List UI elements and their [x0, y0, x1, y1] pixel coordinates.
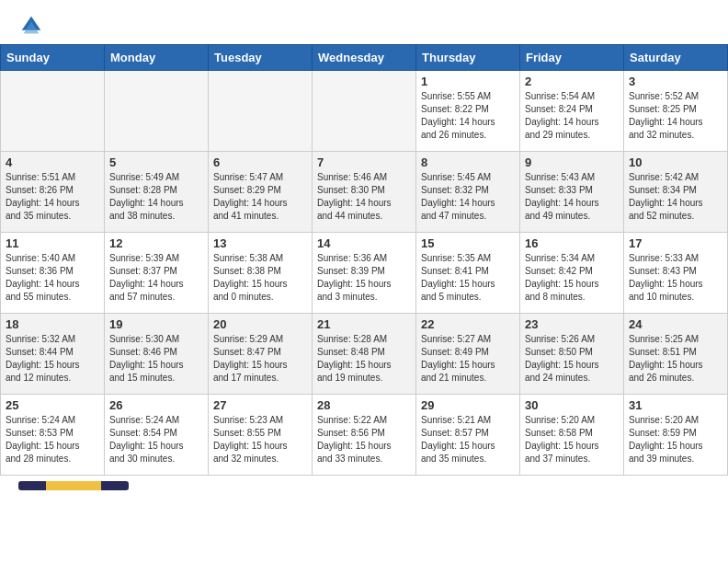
day-info: Sunrise: 5:54 AM Sunset: 8:24 PM Dayligh… [525, 90, 619, 142]
calendar-day-cell: 10Sunrise: 5:42 AM Sunset: 8:34 PM Dayli… [624, 152, 728, 233]
calendar-day-cell: 26Sunrise: 5:24 AM Sunset: 8:54 PM Dayli… [105, 395, 209, 476]
calendar-day-header: Friday [520, 45, 624, 71]
calendar-week-row: 18Sunrise: 5:32 AM Sunset: 8:44 PM Dayli… [1, 314, 728, 395]
calendar-day-cell: 22Sunrise: 5:27 AM Sunset: 8:49 PM Dayli… [416, 314, 520, 395]
calendar-day-header: Monday [105, 45, 209, 71]
day-number: 26 [109, 398, 203, 412]
calendar-day-cell [313, 71, 416, 152]
day-number: 4 [6, 155, 99, 169]
calendar-day-cell: 28Sunrise: 5:22 AM Sunset: 8:56 PM Dayli… [313, 395, 416, 476]
day-number: 10 [629, 155, 722, 169]
day-info: Sunrise: 5:52 AM Sunset: 8:25 PM Dayligh… [629, 90, 722, 142]
day-info: Sunrise: 5:21 AM Sunset: 8:57 PM Dayligh… [421, 414, 515, 465]
day-info: Sunrise: 5:20 AM Sunset: 8:58 PM Dayligh… [525, 414, 619, 465]
day-info: Sunrise: 5:28 AM Sunset: 8:48 PM Dayligh… [317, 333, 411, 385]
day-number: 15 [421, 236, 515, 250]
day-number: 31 [629, 398, 722, 412]
calendar-day-cell: 2Sunrise: 5:54 AM Sunset: 8:24 PM Daylig… [520, 71, 624, 152]
day-number: 13 [213, 236, 307, 250]
calendar-day-cell: 21Sunrise: 5:28 AM Sunset: 8:48 PM Dayli… [313, 314, 416, 395]
logo [18, 13, 48, 39]
day-info: Sunrise: 5:27 AM Sunset: 8:49 PM Dayligh… [421, 333, 515, 385]
day-number: 30 [525, 398, 619, 412]
calendar-day-cell: 16Sunrise: 5:34 AM Sunset: 8:42 PM Dayli… [520, 233, 624, 314]
calendar-day-cell: 25Sunrise: 5:24 AM Sunset: 8:53 PM Dayli… [1, 395, 105, 476]
day-info: Sunrise: 5:34 AM Sunset: 8:42 PM Dayligh… [525, 252, 619, 304]
calendar-day-cell: 8Sunrise: 5:45 AM Sunset: 8:32 PM Daylig… [416, 152, 520, 233]
day-info: Sunrise: 5:25 AM Sunset: 8:51 PM Dayligh… [629, 333, 722, 385]
day-info: Sunrise: 5:38 AM Sunset: 8:38 PM Dayligh… [213, 252, 307, 304]
calendar-day-cell: 18Sunrise: 5:32 AM Sunset: 8:44 PM Dayli… [1, 314, 105, 395]
calendar-day-cell: 20Sunrise: 5:29 AM Sunset: 8:47 PM Dayli… [209, 314, 313, 395]
day-number: 16 [525, 236, 619, 250]
calendar-day-cell: 7Sunrise: 5:46 AM Sunset: 8:30 PM Daylig… [313, 152, 416, 233]
calendar-day-cell: 6Sunrise: 5:47 AM Sunset: 8:29 PM Daylig… [209, 152, 313, 233]
day-info: Sunrise: 5:33 AM Sunset: 8:43 PM Dayligh… [629, 252, 722, 304]
day-number: 12 [109, 236, 203, 250]
day-number: 22 [421, 317, 515, 331]
calendar-day-cell: 9Sunrise: 5:43 AM Sunset: 8:33 PM Daylig… [520, 152, 624, 233]
calendar-table: SundayMondayTuesdayWednesdayThursdayFrid… [0, 44, 728, 476]
calendar-day-header: Saturday [624, 45, 728, 71]
day-info: Sunrise: 5:39 AM Sunset: 8:37 PM Dayligh… [109, 252, 203, 304]
day-info: Sunrise: 5:49 AM Sunset: 8:28 PM Dayligh… [109, 171, 203, 223]
calendar-day-cell: 29Sunrise: 5:21 AM Sunset: 8:57 PM Dayli… [416, 395, 520, 476]
day-info: Sunrise: 5:51 AM Sunset: 8:26 PM Dayligh… [6, 171, 99, 223]
day-number: 7 [317, 155, 411, 169]
calendar-week-row: 4Sunrise: 5:51 AM Sunset: 8:26 PM Daylig… [1, 152, 728, 233]
day-info: Sunrise: 5:24 AM Sunset: 8:53 PM Dayligh… [6, 414, 99, 465]
calendar-day-cell: 11Sunrise: 5:40 AM Sunset: 8:36 PM Dayli… [1, 233, 105, 314]
day-number: 1 [421, 75, 515, 88]
day-info: Sunrise: 5:42 AM Sunset: 8:34 PM Dayligh… [629, 171, 722, 223]
calendar-day-cell: 15Sunrise: 5:35 AM Sunset: 8:41 PM Dayli… [416, 233, 520, 314]
day-number: 23 [525, 317, 619, 331]
day-number: 21 [317, 317, 411, 331]
day-number: 3 [629, 75, 722, 88]
calendar-day-cell: 23Sunrise: 5:26 AM Sunset: 8:50 PM Dayli… [520, 314, 624, 395]
day-info: Sunrise: 5:20 AM Sunset: 8:59 PM Dayligh… [629, 414, 722, 465]
calendar-day-header: Wednesday [313, 45, 416, 71]
daylight-dark-segment-end [101, 481, 129, 490]
calendar-day-cell [209, 71, 313, 152]
calendar-day-cell: 3Sunrise: 5:52 AM Sunset: 8:25 PM Daylig… [624, 71, 728, 152]
calendar-day-cell: 4Sunrise: 5:51 AM Sunset: 8:26 PM Daylig… [1, 152, 105, 233]
day-number: 18 [6, 317, 99, 331]
day-number: 27 [213, 398, 307, 412]
day-number: 20 [213, 317, 307, 331]
day-number: 2 [525, 75, 619, 88]
day-number: 24 [629, 317, 722, 331]
calendar-day-cell [105, 71, 209, 152]
logo-icon [18, 13, 44, 39]
calendar-day-cell: 27Sunrise: 5:23 AM Sunset: 8:55 PM Dayli… [209, 395, 313, 476]
daylight-bar [18, 481, 129, 490]
day-info: Sunrise: 5:29 AM Sunset: 8:47 PM Dayligh… [213, 333, 307, 385]
calendar-day-header: Thursday [416, 45, 520, 71]
day-info: Sunrise: 5:32 AM Sunset: 8:44 PM Dayligh… [6, 333, 99, 385]
calendar-day-cell: 17Sunrise: 5:33 AM Sunset: 8:43 PM Dayli… [624, 233, 728, 314]
calendar-day-header: Sunday [1, 45, 105, 71]
day-info: Sunrise: 5:23 AM Sunset: 8:55 PM Dayligh… [213, 414, 307, 465]
day-info: Sunrise: 5:30 AM Sunset: 8:46 PM Dayligh… [109, 333, 203, 385]
calendar-day-header: Tuesday [209, 45, 313, 71]
calendar-week-row: 11Sunrise: 5:40 AM Sunset: 8:36 PM Dayli… [1, 233, 728, 314]
day-info: Sunrise: 5:46 AM Sunset: 8:30 PM Dayligh… [317, 171, 411, 223]
daylight-dark-segment [18, 481, 46, 490]
calendar-day-cell: 1Sunrise: 5:55 AM Sunset: 8:22 PM Daylig… [416, 71, 520, 152]
day-info: Sunrise: 5:22 AM Sunset: 8:56 PM Dayligh… [317, 414, 411, 465]
footer [0, 476, 728, 496]
calendar-week-row: 1Sunrise: 5:55 AM Sunset: 8:22 PM Daylig… [1, 71, 728, 152]
day-info: Sunrise: 5:24 AM Sunset: 8:54 PM Dayligh… [109, 414, 203, 465]
calendar-day-cell: 24Sunrise: 5:25 AM Sunset: 8:51 PM Dayli… [624, 314, 728, 395]
day-number: 6 [213, 155, 307, 169]
day-number: 25 [6, 398, 99, 412]
day-number: 14 [317, 236, 411, 250]
day-info: Sunrise: 5:35 AM Sunset: 8:41 PM Dayligh… [421, 252, 515, 304]
daylight-light-segment [46, 481, 101, 490]
page-header [0, 0, 728, 44]
day-info: Sunrise: 5:26 AM Sunset: 8:50 PM Dayligh… [525, 333, 619, 385]
day-number: 17 [629, 236, 722, 250]
day-info: Sunrise: 5:45 AM Sunset: 8:32 PM Dayligh… [421, 171, 515, 223]
calendar-day-cell: 5Sunrise: 5:49 AM Sunset: 8:28 PM Daylig… [105, 152, 209, 233]
calendar-header-row: SundayMondayTuesdayWednesdayThursdayFrid… [1, 45, 728, 71]
calendar-day-cell: 19Sunrise: 5:30 AM Sunset: 8:46 PM Dayli… [105, 314, 209, 395]
